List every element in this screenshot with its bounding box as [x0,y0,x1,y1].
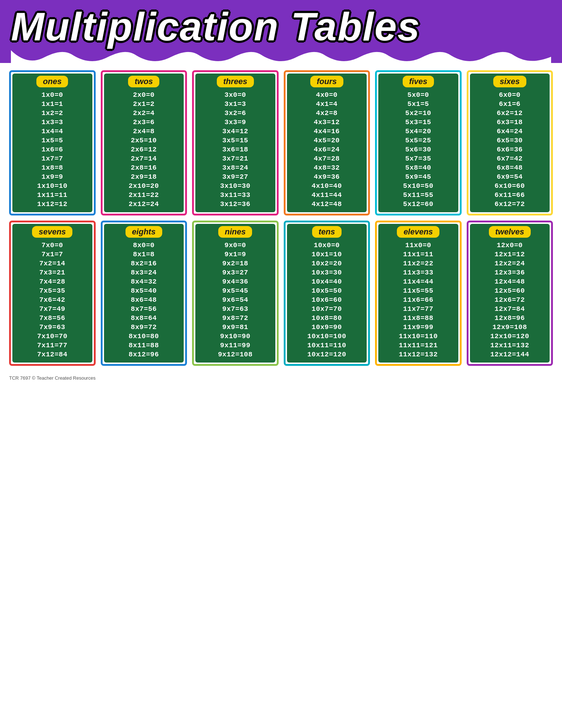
table-row: 4x2=8 [290,108,364,118]
table-row: 9x12=108 [198,350,272,359]
table-row: 3x11=33 [198,190,272,199]
table-row: 11x10=110 [381,332,455,341]
table-card-twos: twos2x0=02x1=22x2=42x3=62x4=82x5=102x6=1… [101,70,187,215]
table-card-nines: nines9x0=09x1=99x2=189x3=279x4=369x5=459… [192,221,279,366]
table-row: 11x4=44 [381,277,455,286]
table-row: 11x11=121 [381,341,455,350]
table-row: 1x1=1 [15,99,89,108]
table-row: 1x6=6 [15,145,89,154]
table-row: 4x9=36 [290,172,364,181]
table-label-sixes: sixes [493,76,526,87]
table-row: 10x12=120 [290,350,364,359]
table-row: 4x4=16 [290,127,364,136]
table-card-sevens: sevens7x0=07x1=77x2=147x3=217x4=287x5=35… [9,221,96,366]
table-row: 12x3=36 [473,268,547,277]
table-row: 7x6=42 [15,295,89,304]
table-label-fives: fives [403,76,434,87]
table-row: 8x1=8 [107,250,181,259]
table-row: 6x2=12 [473,108,547,118]
table-row: 7x12=84 [15,350,89,359]
table-row: 3x10=30 [198,181,272,190]
table-label-fours: fours [310,76,343,87]
table-row: 6x11=66 [473,190,547,199]
table-row: 5x0=0 [381,90,455,99]
table-row: 2x1=2 [107,99,181,108]
table-row: 10x10=100 [290,332,364,341]
table-row: 9x10=90 [198,332,272,341]
table-row: 9x6=54 [198,295,272,304]
table-row: 3x1=3 [198,99,272,108]
table-row: 8x11=88 [107,341,181,350]
table-row: 7x2=14 [15,259,89,268]
table-row: 2x7=14 [107,154,181,163]
table-row: 5x2=10 [381,108,455,118]
table-row: 11x12=132 [381,350,455,359]
table-row: 10x2=20 [290,259,364,268]
table-row: 12x8=96 [473,313,547,323]
table-row: 7x4=28 [15,277,89,286]
table-row: 4x1=4 [290,99,364,108]
table-card-fours: fours4x0=04x1=44x2=84x3=124x4=164x5=204x… [284,70,370,215]
table-row: 2x3=6 [107,118,181,127]
table-row: 1x9=9 [15,172,89,181]
table-row: 5x5=25 [381,136,455,145]
table-label-elevens: elevens [397,226,439,238]
table-row: 10x1=10 [290,250,364,259]
table-row: 2x4=8 [107,127,181,136]
table-row: 5x6=30 [381,145,455,154]
table-row: 7x3=21 [15,268,89,277]
table-row: 9x4=36 [198,277,272,286]
page: Multiplication Tables ones1x0=01x1=11x2=… [0,0,562,728]
page-title: Multiplication Tables [11,7,551,47]
table-row: 10x6=60 [290,295,364,304]
table-row: 2x0=0 [107,90,181,99]
content-area: ones1x0=01x1=11x2=21x3=31x4=41x5=51x6=61… [0,63,562,373]
table-card-threes: threes3x0=03x1=33x2=63x3=93x4=123x5=153x… [192,70,279,215]
table-row: 9x11=99 [198,341,272,350]
table-row: 7x10=70 [15,332,89,341]
table-row: 6x3=18 [473,118,547,127]
table-row: 3x7=21 [198,154,272,163]
table-row: 7x5=35 [15,286,89,295]
table-row: 8x7=56 [107,304,181,313]
table-row: 9x5=45 [198,286,272,295]
table-row: 2x5=10 [107,136,181,145]
table-row: 8x9=72 [107,323,181,332]
table-row: 12x12=144 [473,350,547,359]
table-row: 2x8=16 [107,163,181,172]
table-row: 11x5=55 [381,286,455,295]
table-row: 7x0=0 [15,241,89,250]
table-row: 8x2=16 [107,259,181,268]
table-row: 1x0=0 [15,90,89,99]
table-row: 11x3=33 [381,268,455,277]
table-row: 10x5=50 [290,286,364,295]
table-label-ones: ones [36,76,68,87]
table-row: 11x0=0 [381,241,455,250]
table-row: 2x11=22 [107,190,181,199]
table-row: 9x2=18 [198,259,272,268]
table-row: 5x10=50 [381,181,455,190]
table-row: 7x1=7 [15,250,89,259]
table-row: 9x7=63 [198,304,272,313]
table-row: 2x9=18 [107,172,181,181]
table-row: 8x8=64 [107,313,181,323]
table-row: 6x4=24 [473,127,547,136]
table-card-fives: fives5x0=05x1=55x2=105x3=155x4=205x5=255… [375,70,462,215]
table-row: 11x1=11 [381,250,455,259]
table-label-twos: twos [128,76,159,87]
table-row: 1x7=7 [15,154,89,163]
table-row: 6x0=0 [473,90,547,99]
table-row: 12x1=12 [473,250,547,259]
table-row: 11x8=88 [381,313,455,323]
table-row: 8x3=24 [107,268,181,277]
table-row: 4x8=32 [290,163,364,172]
table-row: 9x8=72 [198,313,272,323]
table-row: 7x8=56 [15,313,89,323]
table-row: 6x1=6 [473,99,547,108]
table-row: 5x7=35 [381,154,455,163]
table-row: 4x11=44 [290,190,364,199]
table-label-sevens: sevens [32,226,72,238]
table-label-twelves: twelves [489,226,531,238]
footer-text: TCR 7697 © Teacher Created Resources [0,373,562,383]
table-row: 3x5=15 [198,136,272,145]
